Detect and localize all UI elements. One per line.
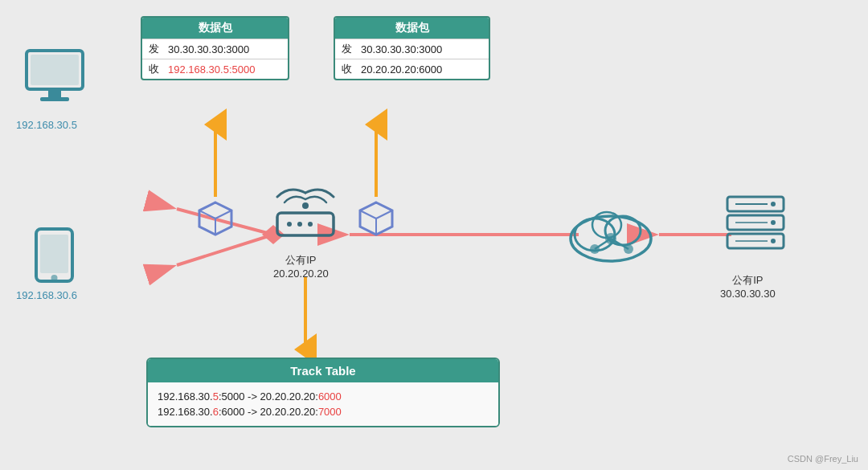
packet-value-right-0: 30.30.30.30:3000 xyxy=(361,43,442,55)
svg-rect-13 xyxy=(48,89,61,97)
svg-rect-27 xyxy=(277,213,334,235)
track-row-1-mid: :6000 -> 20.20.20.20: xyxy=(219,406,318,418)
svg-line-24 xyxy=(376,210,392,219)
svg-point-30 xyxy=(308,222,313,227)
svg-point-48 xyxy=(771,220,776,225)
track-row-1-text1: 192.168.30. xyxy=(158,406,213,418)
server-label-line2: 30.30.30.30 xyxy=(720,288,776,300)
phone-ip-label: 192.168.30.6 xyxy=(16,289,77,301)
track-row-1-hl1: 6 xyxy=(213,406,219,418)
svg-line-23 xyxy=(360,210,376,219)
svg-point-47 xyxy=(771,202,776,206)
svg-point-49 xyxy=(771,239,776,243)
svg-point-29 xyxy=(297,222,302,227)
svg-rect-14 xyxy=(40,97,69,101)
box-left-icon xyxy=(196,199,235,241)
packet-label-left-1: 收 xyxy=(149,62,162,76)
track-row-0-mid: :5000 -> 20.20.20.20: xyxy=(219,390,318,403)
phone-icon xyxy=(32,225,76,288)
svg-point-28 xyxy=(287,222,292,227)
monitor-icon xyxy=(23,47,95,114)
track-table: Track Table 192.168.30.5:5000 -> 20.20.2… xyxy=(146,358,500,427)
cloud-icon xyxy=(563,194,659,270)
svg-line-19 xyxy=(199,210,215,219)
track-row-0-hl2: 6000 xyxy=(318,390,342,403)
track-row-0-hl1: 5 xyxy=(213,390,219,403)
server-label: 公有IP 30.30.30.30 xyxy=(720,273,776,300)
svg-point-26 xyxy=(302,202,309,209)
router-label: 公有IP 20.20.20.20 xyxy=(273,253,329,280)
server-icon xyxy=(723,193,788,268)
watermark: CSDN @Frey_Liu xyxy=(788,454,858,464)
packet-value-right-1: 20.20.20.20:6000 xyxy=(361,63,442,76)
packet-row-left-1: 收 192.168.30.5:5000 xyxy=(142,59,288,79)
svg-point-17 xyxy=(51,275,58,281)
track-row-1: 192.168.30.6:6000 -> 20.20.20.20:7000 xyxy=(158,404,489,419)
svg-rect-12 xyxy=(31,55,79,85)
router-icon xyxy=(265,185,346,252)
track-row-0-text1: 192.168.30. xyxy=(158,390,213,403)
track-row-0: 192.168.30.5:5000 -> 20.20.20.20:6000 xyxy=(158,389,489,404)
packet-table-right: 数据包 发 30.30.30.30:3000 收 20.20.20.20:600… xyxy=(334,16,490,80)
track-table-header: Track Table xyxy=(148,359,498,382)
svg-line-20 xyxy=(215,210,231,219)
router-label-line2: 20.20.20.20 xyxy=(273,268,329,280)
monitor-ip-label: 192.168.30.5 xyxy=(16,119,77,131)
packet-value-left-1: 192.168.30.5:5000 xyxy=(168,63,255,76)
packet-row-left-0: 发 30.30.30.30:3000 xyxy=(142,39,288,59)
packet-table-right-header: 数据包 xyxy=(335,18,489,39)
packet-row-right-1: 收 20.20.20.20:6000 xyxy=(335,59,489,79)
packet-label-right-0: 发 xyxy=(342,42,354,56)
packet-value-left-0: 30.30.30.30:3000 xyxy=(168,43,249,55)
track-table-body: 192.168.30.5:5000 -> 20.20.20.20:6000 19… xyxy=(148,382,498,426)
packet-table-left-header: 数据包 xyxy=(142,18,288,39)
track-row-1-hl2: 7000 xyxy=(318,406,342,418)
packet-row-right-0: 发 30.30.30.30:3000 xyxy=(335,39,489,59)
packet-table-left: 数据包 发 30.30.30.30:3000 收 192.168.30.5:50… xyxy=(141,16,289,80)
box-right-icon xyxy=(357,199,395,241)
diagram-container: 数据包 发 30.30.30.30:3000 收 192.168.30.5:50… xyxy=(0,0,868,470)
packet-label-left-0: 发 xyxy=(149,42,162,56)
server-label-line1: 公有IP xyxy=(732,274,763,286)
svg-rect-16 xyxy=(40,235,68,273)
router-label-line1: 公有IP xyxy=(285,254,316,266)
packet-label-right-1: 收 xyxy=(342,62,354,76)
